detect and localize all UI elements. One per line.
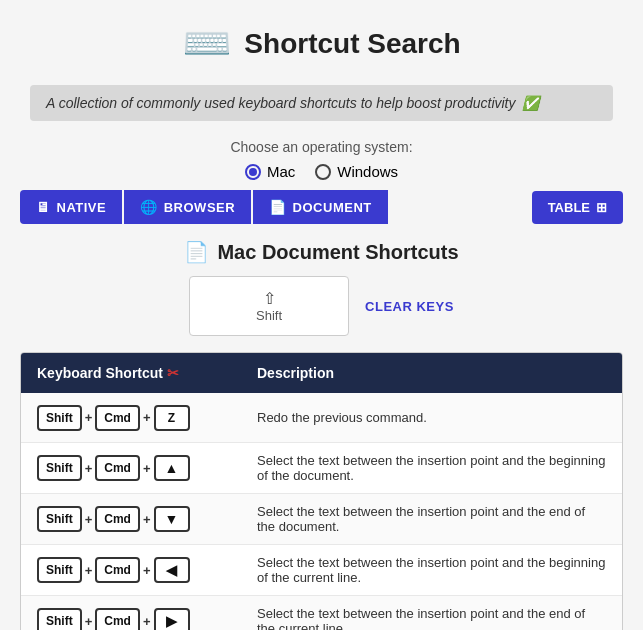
cmd-key: Cmd <box>95 405 140 431</box>
subtitle-text: A collection of commonly used keyboard s… <box>46 95 516 111</box>
native-icon: 🖥 <box>36 199 51 215</box>
keyboard-icon: ⌨️ <box>182 20 232 67</box>
browser-button[interactable]: 🌐 BROWSER <box>124 190 251 224</box>
row-5-desc: Select the text between the insertion po… <box>257 606 606 630</box>
shift-key: Shift <box>37 506 82 532</box>
document-label: DOCUMENT <box>293 200 372 215</box>
table-row: Shift + Cmd + Z Redo the previous comman… <box>21 393 622 443</box>
os-section: Choose an operating system: Mac Windows <box>0 139 643 180</box>
shift-key: Shift <box>37 557 82 583</box>
nav-bar: 🖥 NATIVE 🌐 BROWSER 📄 DOCUMENT TABLE ⊞ <box>0 190 643 224</box>
browser-icon: 🌐 <box>140 199 158 215</box>
left-arrow-key: ◀ <box>154 557 190 583</box>
cmd-key: Cmd <box>95 557 140 583</box>
native-button[interactable]: 🖥 NATIVE <box>20 190 122 224</box>
section-doc-icon: 📄 <box>184 240 209 264</box>
subtitle-bar: A collection of commonly used keyboard s… <box>30 85 613 121</box>
row-1-desc: Redo the previous command. <box>257 410 606 425</box>
os-windows-option[interactable]: Windows <box>315 163 398 180</box>
table-row: Shift + Cmd + ▼ Select the text between … <box>21 494 622 545</box>
cmd-key: Cmd <box>95 506 140 532</box>
table-row: Shift + Cmd + ◀ Select the text between … <box>21 545 622 596</box>
down-arrow-key: ▼ <box>154 506 190 532</box>
os-label: Choose an operating system: <box>230 139 412 155</box>
key-search-area: ⇧ Shift CLEAR KEYS <box>0 276 643 336</box>
table-grid-icon: ⊞ <box>596 200 607 215</box>
key-input-box[interactable]: ⇧ Shift <box>189 276 349 336</box>
description-col-header: Description <box>257 365 606 381</box>
scissors-icon: ✂ <box>167 365 179 381</box>
row-2-desc: Select the text between the insertion po… <box>257 453 606 483</box>
table-button[interactable]: TABLE ⊞ <box>532 191 623 224</box>
mac-radio-inner <box>249 168 257 176</box>
key-combo-4: Shift + Cmd + ◀ <box>37 557 257 583</box>
cmd-key: Cmd <box>95 455 140 481</box>
row-3-desc: Select the text between the insertion po… <box>257 504 606 534</box>
right-arrow-key: ▶ <box>154 608 190 630</box>
row-4-desc: Select the text between the insertion po… <box>257 555 606 585</box>
document-button[interactable]: 📄 DOCUMENT <box>253 190 388 224</box>
clear-keys-button[interactable]: CLEAR KEYS <box>365 299 454 314</box>
shift-key: Shift <box>37 455 82 481</box>
shift-key: Shift <box>37 405 82 431</box>
key-combo-5: Shift + Cmd + ▶ <box>37 608 257 630</box>
shift-key: Shift <box>37 608 82 630</box>
shift-key-label: Shift <box>256 308 282 323</box>
section-title-text: Mac Document Shortcuts <box>217 241 458 264</box>
table-label: TABLE <box>548 200 590 215</box>
up-arrow-key: ▲ <box>154 455 190 481</box>
section-title-area: 📄 Mac Document Shortcuts <box>0 240 643 264</box>
shift-arrow-symbol: ⇧ <box>263 289 276 308</box>
table-row: Shift + Cmd + ▶ Select the text between … <box>21 596 622 630</box>
windows-radio-outer[interactable] <box>315 164 331 180</box>
app-title: Shortcut Search <box>244 28 460 60</box>
key-combo-2: Shift + Cmd + ▲ <box>37 455 257 481</box>
os-options: Mac Windows <box>245 163 398 180</box>
shortcut-col-header: Keyboard Shortcut ✂ <box>37 365 257 381</box>
z-key: Z <box>154 405 190 431</box>
mac-radio-outer[interactable] <box>245 164 261 180</box>
key-combo-3: Shift + Cmd + ▼ <box>37 506 257 532</box>
cmd-key: Cmd <box>95 608 140 630</box>
shortcuts-table: Keyboard Shortcut ✂ Description Shift + … <box>20 352 623 630</box>
windows-label: Windows <box>337 163 398 180</box>
table-row: Shift + Cmd + ▲ Select the text between … <box>21 443 622 494</box>
key-combo-1: Shift + Cmd + Z <box>37 405 257 431</box>
mac-label: Mac <box>267 163 295 180</box>
subtitle-emoji: ✅ <box>522 95 539 111</box>
os-mac-option[interactable]: Mac <box>245 163 295 180</box>
app-header: ⌨️ Shortcut Search <box>0 0 643 77</box>
native-label: NATIVE <box>57 200 107 215</box>
document-icon: 📄 <box>269 199 287 215</box>
table-header-row: Keyboard Shortcut ✂ Description <box>21 353 622 393</box>
browser-label: BROWSER <box>164 200 235 215</box>
